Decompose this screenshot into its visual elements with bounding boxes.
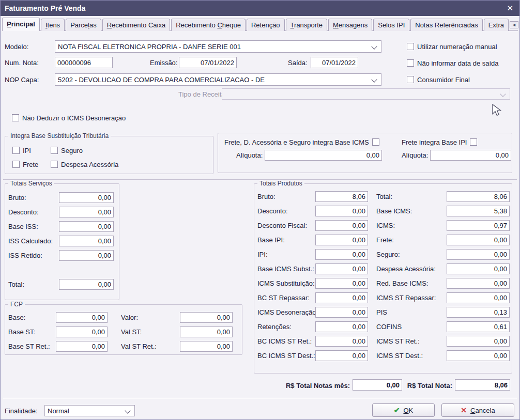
nop-capa-label: NOP Capa: [5,73,39,86]
icms-substituicao-input[interactable] [315,278,368,289]
num-nota-input[interactable] [55,57,113,68]
desconto-produtos-input[interactable] [315,206,368,216]
consumidor-final-checkbox[interactable]: Consumidor Final [407,75,470,84]
produtos-row: BC ICMS ST Dest.: [257,350,368,361]
frete-input[interactable] [447,235,510,245]
bc-icms-st-dest-input[interactable] [315,350,368,361]
frete-integra-ipi-checkbox[interactable]: Frete integra Base IPI [402,138,477,146]
icms-desoneracao-input[interactable] [315,307,368,318]
tab-selos-ipi[interactable]: Selos IPI [373,19,409,31]
fcp-base-st-input[interactable] [56,326,108,337]
pis-input[interactable] [447,307,510,318]
produtos-row: ICMS ST Dest.: [376,350,510,361]
fcp-val-st-ret-input[interactable] [180,341,233,352]
tab-recebimento-caixa[interactable]: Recebimento Caixa [102,19,170,31]
checkbox-box [51,161,58,168]
bruto-servicos-input[interactable] [59,192,114,203]
total-servicos-input[interactable] [59,279,114,290]
iss-calculado-input[interactable] [59,236,114,246]
tab-notas-referenciadas[interactable]: Notas Referênciadas [410,19,482,31]
produtos-row: ICMS Desoneração: [257,307,368,318]
tab-scroll-left-icon[interactable]: ◄ [510,21,518,28]
servicos-total-row: Total: [8,279,114,290]
totais-produtos-group: Totais Produtos Bruto: Desconto: Descont… [254,183,512,374]
emissao-label: Emissão: [150,57,177,68]
fcp-base-st-ret-input[interactable] [56,341,108,352]
frete-integra-icms-checkbox[interactable]: Frete, D. Acessória e Seguro integra Bas… [224,138,379,146]
integra-despesa-checkbox[interactable]: Despesa Acessória [51,160,118,168]
titlebar[interactable]: Faturamento Pré Venda ✕ [1,1,519,16]
produtos-row: ICMS: [376,220,510,231]
bc-icms-st-ret-input[interactable] [315,336,368,347]
cofins-input[interactable] [447,321,510,332]
tab-recebimento-cheque[interactable]: Recebimento Cheque [171,19,246,31]
icms-st-repassar-input[interactable] [447,292,510,303]
integra-ipi-checkbox[interactable]: IPI [12,146,31,154]
nop-capa-select[interactable]: 5202 - DEVOLUCAO DE COMPRA PARA COMERCIA… [55,73,381,86]
tab-retencao[interactable]: Retenção [247,19,285,31]
checkbox-box [407,43,414,50]
utilizar-numeracao-manual-checkbox[interactable]: Utilizar numeração manual [407,42,497,51]
fcp-row: Base ST: Val ST: [8,326,233,337]
fcp-row: Base ST Ret.: Val ST Ret.: [8,341,233,352]
desconto-fiscal-input[interactable] [315,220,368,231]
produtos-row: BC ST Repassar: [257,292,368,303]
saida-input[interactable] [311,57,358,68]
tab-itens[interactable]: Itens [41,19,65,31]
nao-deduzir-icms-checkbox[interactable]: Não Deduzir o ICMS Desoneração [12,114,126,122]
base-iss-input[interactable] [59,221,114,232]
ipi-input[interactable] [315,249,368,260]
servicos-row: Desconto: [8,207,114,217]
cancela-button[interactable]: ✕ Cancela [441,403,514,417]
tab-transporte[interactable]: Transporte [286,19,327,31]
ipi-aliquota-input[interactable] [430,150,511,161]
integra-base-group: Integra Base Susbtituição Tributária IPI… [5,136,213,174]
icms-input[interactable] [447,220,510,231]
close-icon[interactable]: ✕ [507,4,513,13]
emissao-input[interactable] [179,57,237,68]
total-nota-input[interactable] [455,379,510,391]
num-nota-label: Num. Nota: [5,57,39,68]
bruto-produtos-input[interactable] [315,191,368,202]
fcp-valor-input[interactable] [180,312,233,323]
retencoes-input[interactable] [315,321,368,332]
modelo-select[interactable]: NOTA FISCAL ELETRONICA PROPRIA - DANFE S… [55,40,381,53]
total-notas-mes-input[interactable] [353,379,402,391]
checkbox-box [12,147,20,154]
tipo-receita-label: Tipo de Receita: [178,88,227,100]
base-icms-subst-input[interactable] [315,263,368,274]
ok-button[interactable]: ✔ OK [372,403,435,417]
tab-parcelas[interactable]: Parcelas [66,19,101,31]
tab-mensagens[interactable]: Mensagens [328,19,372,31]
base-icms-input[interactable] [447,206,510,216]
tab-extra[interactable]: Extra [484,19,509,31]
seguro-input[interactable] [447,249,510,260]
despesa-acessoria-input[interactable] [447,263,510,274]
integra-frete-checkbox[interactable]: Frete [12,160,38,168]
red-base-icms-input[interactable] [447,278,510,289]
total-produtos-input[interactable] [447,191,510,202]
icms-st-dest-input[interactable] [447,350,510,361]
icms-aliquota-input[interactable] [265,150,382,161]
nao-informar-data-saida-checkbox[interactable]: Não informar data de saída [407,59,499,67]
produtos-row: Base ICMS Subst.: [257,263,368,274]
iss-retido-input[interactable] [59,250,114,261]
ipi-aliquota-label: Alíquota: [402,150,428,161]
integra-seguro-checkbox[interactable]: Seguro [51,146,83,154]
finalidade-value: Normal [48,407,69,415]
fcp-val-st-input[interactable] [180,326,233,337]
servicos-row: Bruto: [8,192,114,203]
saida-label: Saída: [288,57,308,68]
fcp-base-input[interactable] [56,312,108,323]
checkbox-box [407,76,414,83]
base-ipi-input[interactable] [315,235,368,245]
checkbox-box [407,59,414,67]
bc-st-repassar-input[interactable] [315,292,368,303]
icms-st-ret-input[interactable] [447,336,510,347]
tab-principal[interactable]: Principal [2,18,40,31]
desconto-servicos-input[interactable] [59,207,114,217]
check-icon: ✔ [394,406,400,414]
chevron-down-icon [125,408,130,413]
finalidade-select[interactable]: Normal [44,405,135,416]
servicos-row: ISS Retido: [8,250,114,261]
